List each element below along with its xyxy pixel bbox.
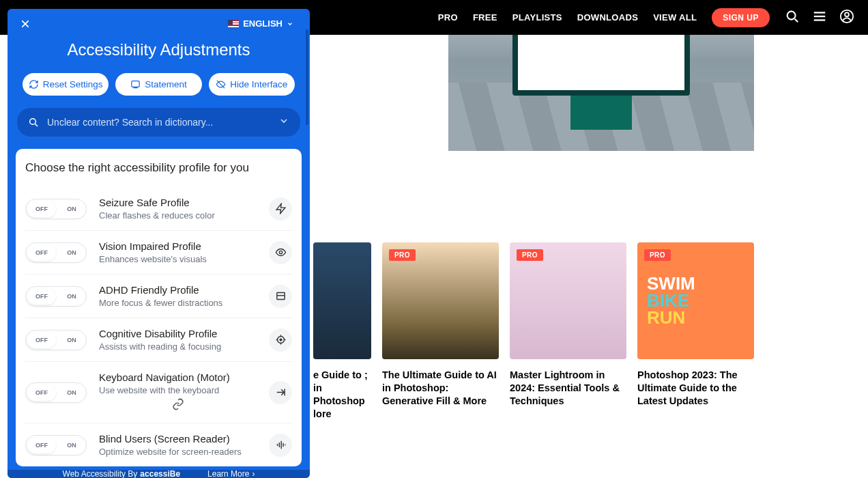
us-flag-icon (228, 20, 239, 28)
search-icon (28, 117, 39, 128)
profile-desc: Optimize website for screen-readers (99, 447, 257, 457)
document-icon (130, 79, 141, 89)
course-title: e Guide to ; in Photoshop lore (313, 369, 371, 420)
toggle-switch[interactable]: OFFON (25, 199, 87, 219)
course-card[interactable]: e Guide to ; in Photoshop lore (313, 242, 371, 420)
chevron-down-icon (278, 115, 289, 129)
profile-seizure-safe: OFFON Seizure Safe ProfileClear flashes … (25, 187, 292, 231)
course-card[interactable]: PRO Master Lightroom in 2024: Essential … (510, 242, 626, 420)
profile-name: Seizure Safe Profile (99, 197, 257, 208)
frame-icon (269, 285, 292, 308)
svg-point-6 (845, 12, 849, 16)
reset-settings-button[interactable]: Reset Settings (23, 73, 108, 96)
svg-marker-14 (276, 203, 285, 213)
profile-desc: More focus & fewer distractions (99, 298, 257, 308)
profile-name: Keyboard Navigation (Motor) (99, 371, 257, 383)
dictionary-search[interactable]: Unclear content? Search in dictionary... (17, 108, 300, 137)
language-label: ENGLISH (243, 18, 283, 29)
profile-desc: Enhances website's visuals (99, 254, 257, 264)
profile-name: Vision Impaired Profile (99, 240, 257, 252)
svg-line-1 (795, 18, 798, 22)
profiles-heading: Choose the right accessibility profile f… (25, 161, 292, 175)
nav-link-playlists[interactable]: PLAYLISTS (512, 12, 562, 23)
nav-link-downloads[interactable]: DOWNLOADS (577, 12, 638, 23)
lightning-icon (269, 197, 292, 221)
toggle-switch[interactable]: OFFON (25, 286, 87, 307)
nav-links: PRO FREE PLAYLISTS DOWNLOADS VIEW ALL SI… (438, 8, 770, 27)
swimbikerun-graphic: SWIM BIKE RUN (647, 275, 744, 326)
eye-off-icon (216, 79, 226, 89)
target-icon (269, 328, 292, 352)
svg-point-12 (30, 119, 36, 125)
nav-link-free[interactable]: FREE (473, 12, 497, 23)
search-icon[interactable] (785, 9, 800, 27)
toggle-switch[interactable]: OFFON (25, 330, 87, 350)
statement-button[interactable]: Statement (115, 73, 201, 96)
course-card[interactable]: PRO SWIM BIKE RUN Photoshop 2023: The Ul… (637, 242, 754, 420)
svg-point-19 (280, 339, 282, 341)
link-icon (99, 395, 257, 413)
profile-adhd: OFFON ADHD Friendly ProfileMore focus & … (25, 275, 292, 318)
svg-point-0 (787, 11, 796, 19)
eye-icon (269, 241, 292, 264)
profile-vision-impaired: OFFON Vision Impaired ProfileEnhances we… (25, 231, 292, 275)
nav-link-pro[interactable]: PRO (438, 12, 458, 23)
footer-brand: accessiBe (140, 470, 180, 478)
nav-icons (785, 9, 854, 27)
profile-cognitive: OFFON Cognitive Disability ProfileAssist… (25, 318, 292, 362)
course-title: Master Lightroom in 2024: Essential Tool… (510, 369, 626, 408)
profile-desc: Clear flashes & reduces color (99, 210, 257, 221)
search-placeholder: Unclear content? Search in dictionary... (47, 117, 270, 128)
profile-desc: Use website with the keyboard (99, 385, 257, 395)
profiles-section: Choose the right accessibility profile f… (16, 149, 302, 466)
refresh-icon (29, 79, 39, 89)
course-title: Photoshop 2023: The Ultimate Guide to th… (637, 369, 754, 408)
toggle-switch[interactable]: OFFON (25, 435, 87, 455)
signup-button[interactable]: SIGN UP (712, 8, 770, 27)
profile-name: ADHD Friendly Profile (99, 284, 257, 296)
profile-blind: OFFON Blind Users (Screen Reader)Optimiz… (25, 423, 292, 466)
svg-rect-9 (132, 81, 139, 87)
course-title: The Ultimate Guide to AI in Photoshop: G… (382, 369, 499, 408)
toggle-switch[interactable]: OFFON (25, 382, 87, 403)
chevron-down-icon (287, 20, 293, 27)
accessibility-panel: ENGLISH Accessibility Adjustments Reset … (8, 9, 310, 478)
profile-desc: Assists with reading & focusing (99, 341, 257, 352)
language-selector[interactable]: ENGLISH (228, 18, 293, 29)
panel-title: Accessibility Adjustments (20, 40, 298, 59)
audio-icon (269, 434, 292, 457)
profile-keyboard: OFFON Keyboard Navigation (Motor)Use web… (25, 362, 292, 423)
footer-by: Web Accessibility By (63, 470, 138, 478)
panel-footer: Web Accessibility By accessiBe Learn Mor… (8, 470, 310, 478)
course-card[interactable]: PRO The Ultimate Guide to AI in Photosho… (382, 242, 499, 420)
profile-name: Blind Users (Screen Reader) (99, 433, 257, 445)
arrow-right-icon (269, 381, 292, 404)
svg-point-15 (279, 251, 282, 253)
learn-more-link[interactable]: Learn More › (207, 470, 255, 478)
toggle-switch[interactable]: OFFON (25, 242, 87, 263)
pro-badge: PRO (644, 249, 671, 261)
profile-name: Cognitive Disability Profile (99, 328, 257, 339)
svg-line-13 (35, 124, 38, 126)
menu-icon[interactable] (812, 9, 827, 27)
pro-badge: PRO (389, 249, 416, 261)
hide-interface-button[interactable]: Hide Interface (209, 73, 295, 96)
pro-badge: PRO (517, 249, 543, 261)
nav-link-viewall[interactable]: VIEW ALL (653, 12, 697, 23)
account-icon[interactable] (839, 9, 854, 27)
close-icon[interactable] (20, 18, 31, 32)
